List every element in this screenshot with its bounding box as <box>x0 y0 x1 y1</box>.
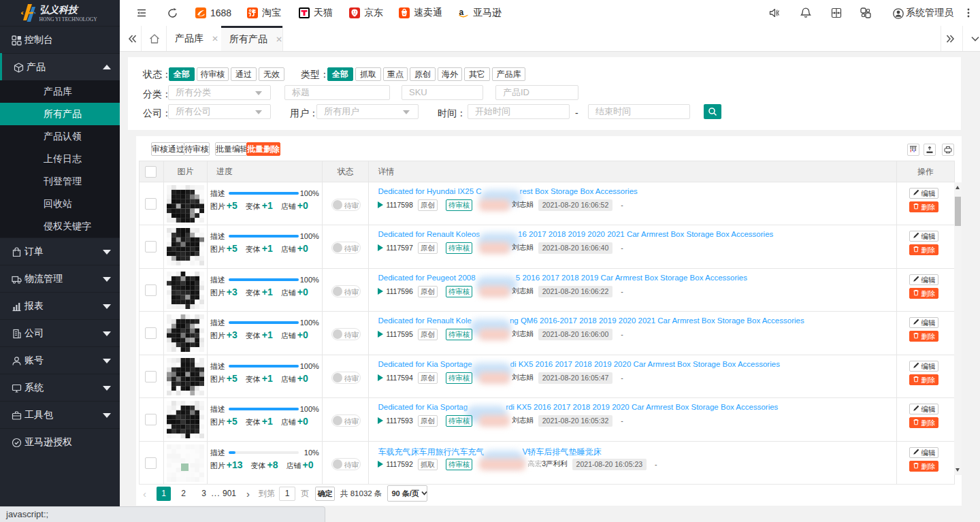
svg-text:HONG YI TECHNOLOGY: HONG YI TECHNOLOGY <box>39 16 98 22</box>
svg-text:弘义科技: 弘义科技 <box>39 4 79 15</box>
